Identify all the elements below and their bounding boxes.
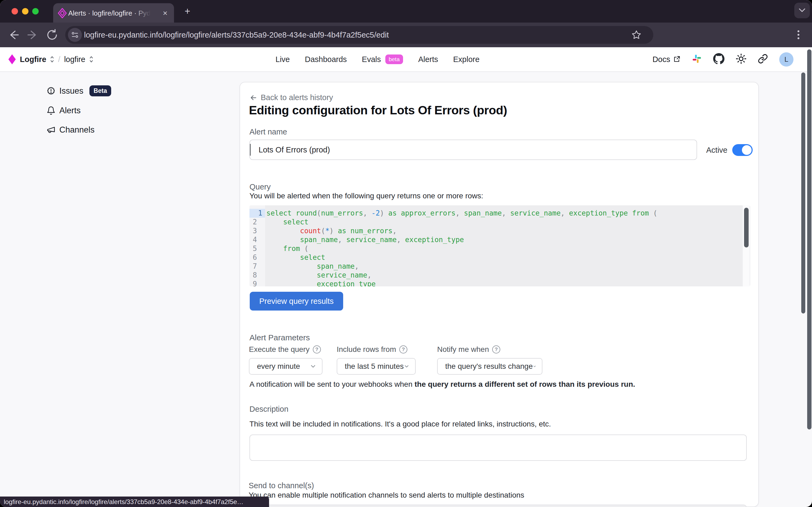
notify-me-dropdown[interactable]: the query's results change: [437, 358, 542, 375]
tab-close-icon[interactable]: ×: [161, 9, 170, 18]
include-rows-dropdown[interactable]: the last 5 minutes: [337, 358, 416, 375]
alert-seal-icon: [47, 87, 56, 96]
new-tab-button[interactable]: +: [182, 6, 193, 17]
alert-parameters-label: Alert Parameters: [250, 333, 310, 342]
chevron-down-icon: [310, 363, 317, 370]
sidebar-item-alerts[interactable]: Alerts: [47, 106, 80, 115]
code-line: 1select round(num_errors, -2) as approx_…: [250, 209, 750, 218]
nav-evals[interactable]: Evalsbeta: [362, 54, 403, 64]
sidebar-item-channels[interactable]: Channels: [47, 125, 95, 135]
window-scrollbar-thumb[interactable]: [807, 49, 811, 430]
sidebar-item-issues[interactable]: Issues Beta: [47, 86, 111, 96]
sidebar-item-label: Channels: [59, 125, 95, 135]
chevron-down-icon: [403, 363, 410, 370]
back-to-alerts-link[interactable]: Back to alerts history: [250, 93, 333, 102]
app-header: Logfire / logfire Live Dashboards Evalsb…: [0, 47, 812, 72]
execute-query-label: Execute the query: [249, 345, 310, 354]
window-maximize-button[interactable]: [32, 8, 39, 14]
nav-alerts[interactable]: Alerts: [418, 55, 438, 64]
browser-toolbar: logfire-eu.pydantic.info/logfire/logfire…: [0, 22, 812, 47]
chevron-down-icon: [533, 363, 537, 370]
help-icon[interactable]: ?: [492, 345, 500, 353]
code-line: 8 service_name,: [250, 271, 750, 280]
window-minimize-button[interactable]: [22, 8, 29, 14]
description-help-text: This text will be included in notificati…: [250, 420, 551, 428]
url-bar[interactable]: logfire-eu.pydantic.info/logfire/logfire…: [65, 26, 653, 44]
site-controls-icon[interactable]: [68, 28, 82, 42]
code-line: 4 span_name, service_name, exception_typ…: [250, 235, 750, 244]
window-close-button[interactable]: [11, 8, 18, 14]
project-selector[interactable]: logfire: [64, 55, 86, 64]
org-selector[interactable]: Logfire: [20, 55, 46, 64]
code-lines: 1select round(num_errors, -2) as approx_…: [250, 209, 750, 286]
theme-sun-icon[interactable]: [736, 53, 747, 65]
main-nav: Live Dashboards Evalsbeta Alerts Explore: [275, 47, 480, 71]
sidebar-item-label: Issues: [59, 86, 84, 96]
active-label: Active: [706, 146, 727, 155]
nav-dashboards[interactable]: Dashboards: [305, 55, 347, 64]
bell-icon: [47, 106, 56, 115]
avatar[interactable]: L: [779, 52, 794, 67]
arrow-left-icon: [250, 94, 258, 102]
page-title: Editing configuration for Lots Of Errors…: [249, 103, 507, 117]
help-icon[interactable]: ?: [313, 345, 321, 353]
slack-icon[interactable]: [692, 54, 702, 65]
nav-explore[interactable]: Explore: [453, 55, 480, 64]
notification-notice: A notification will be sent to your webh…: [250, 380, 635, 389]
megaphone-icon: [47, 125, 56, 134]
code-line: 7 span_name,: [250, 262, 750, 271]
page-scrollbar-thumb[interactable]: [801, 72, 805, 314]
help-icon[interactable]: ?: [399, 345, 408, 353]
channels-help-text: You can enable multiple notification cha…: [249, 491, 524, 500]
edit-alert-card: Back to alerts history Editing configura…: [239, 82, 759, 507]
tab-search-button[interactable]: [794, 3, 810, 18]
code-line: 3 count(*) as num_errors,: [250, 227, 750, 235]
preview-query-results-button[interactable]: Preview query results: [250, 292, 343, 311]
logfire-favicon-icon: [57, 8, 67, 19]
link-status-bar: logfire-eu.pydantic.info/logfire/logfire…: [0, 497, 269, 507]
breadcrumb: Logfire / logfire: [8, 47, 94, 71]
forward-icon[interactable]: [26, 29, 39, 41]
query-subtitle: You will be alerted when the following q…: [250, 192, 483, 200]
channels-container: [250, 505, 747, 507]
code-line: 9 exception_type: [250, 280, 750, 286]
nav-live[interactable]: Live: [275, 55, 290, 64]
browser-tab[interactable]: Alerts · logfire/logfire · Pydantic Logf…: [53, 3, 174, 22]
browser-window: Alerts · logfire/logfire · Pydantic Logf…: [0, 0, 812, 507]
code-line: 6 select: [250, 253, 750, 262]
org-selector-chevrons-icon[interactable]: [50, 56, 54, 63]
logfire-logo-icon: [8, 54, 16, 65]
alert-name-label: Alert name: [250, 127, 287, 136]
alert-name-value: Lots Of Errors (prod): [259, 146, 330, 154]
github-icon[interactable]: [713, 53, 724, 65]
notify-me-label: Notify me when: [437, 345, 489, 354]
back-icon[interactable]: [7, 29, 20, 41]
project-selector-chevrons-icon[interactable]: [89, 56, 94, 63]
issues-beta-badge: Beta: [90, 86, 111, 96]
sql-query-editor[interactable]: 1select round(num_errors, -2) as approx_…: [250, 205, 750, 286]
browser-menu-icon[interactable]: [797, 29, 800, 41]
bookmark-star-icon[interactable]: [631, 30, 642, 40]
description-label: Description: [250, 405, 288, 413]
active-toggle[interactable]: [732, 144, 753, 156]
header-actions: Docs L: [652, 47, 794, 71]
reload-icon[interactable]: [46, 29, 59, 41]
browser-titlebar: Alerts · logfire/logfire · Pydantic Logf…: [0, 0, 812, 22]
share-link-icon[interactable]: [758, 54, 768, 65]
code-scrollbar-thumb[interactable]: [744, 208, 749, 247]
execute-query-dropdown[interactable]: every minute: [249, 358, 323, 375]
query-section-label: Query: [250, 182, 271, 191]
external-link-icon: [673, 56, 681, 63]
docs-link[interactable]: Docs: [652, 55, 681, 64]
code-line: 5 from (: [250, 244, 750, 253]
description-textarea[interactable]: [250, 435, 747, 461]
code-line: 2 select: [250, 218, 750, 227]
include-rows-label: Include rows from: [337, 345, 396, 354]
url-text[interactable]: logfire-eu.pydantic.info/logfire/logfire…: [84, 31, 389, 40]
channels-label: Send to channel(s): [249, 481, 314, 490]
text-caret: [250, 144, 251, 156]
evals-beta-badge: beta: [385, 54, 403, 64]
alert-name-input[interactable]: Lots Of Errors (prod): [250, 139, 697, 160]
sidebar-item-label: Alerts: [59, 106, 80, 115]
